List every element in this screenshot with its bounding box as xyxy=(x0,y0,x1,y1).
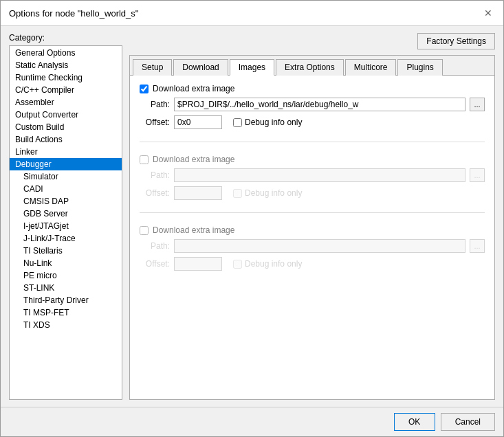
sidebar-item-linker[interactable]: Linker xyxy=(10,146,122,158)
path-label-3: Path: xyxy=(141,241,170,251)
image-group-2-path-row: Path: ... xyxy=(140,168,485,182)
divider-1 xyxy=(140,142,485,142)
download-extra-image-1-checkbox[interactable] xyxy=(140,85,149,93)
download-extra-image-2-label[interactable]: Download extra image xyxy=(153,155,234,164)
sidebar-item-ti-msp-fet[interactable]: TI MSP-FET xyxy=(10,306,122,319)
dialog-title: Options for node "hello_world_s" xyxy=(9,8,138,19)
download-extra-image-3-checkbox[interactable] xyxy=(140,226,149,235)
sidebar-item-nu-link[interactable]: Nu-Link xyxy=(10,257,122,269)
sidebar-item-build-actions[interactable]: Build Actions xyxy=(10,133,122,146)
dialog-body: Category: General Options Static Analysi… xyxy=(1,26,503,407)
browse-button-3[interactable]: ... xyxy=(470,239,485,253)
sidebar-item-pe-micro[interactable]: PE micro xyxy=(10,269,122,282)
offset-label-1: Offset: xyxy=(141,117,170,127)
offset-label-3: Offset: xyxy=(141,259,170,269)
ok-button[interactable]: OK xyxy=(394,413,435,431)
browse-button-2[interactable]: ... xyxy=(470,168,485,182)
dialog-footer: OK Cancel xyxy=(1,407,503,436)
image-group-2-checkbox-row: Download extra image xyxy=(140,155,485,164)
category-label: Category: xyxy=(9,33,122,43)
close-button[interactable]: ✕ xyxy=(481,6,495,20)
sidebar-item-simulator[interactable]: Simulator xyxy=(10,170,122,183)
sidebar-item-output-converter[interactable]: Output Converter xyxy=(10,109,122,121)
sidebar-item-cmsis-dap[interactable]: CMSIS DAP xyxy=(10,195,122,208)
image-group-3-path-row: Path: ... xyxy=(140,239,485,253)
sidebar-item-gdb-server[interactable]: GDB Server xyxy=(10,208,122,220)
debug-info-only-2-label: Debug info only xyxy=(245,188,302,198)
sidebar-item-cadi[interactable]: CADI xyxy=(10,183,122,195)
offset-input-3[interactable] xyxy=(174,257,222,271)
path-input-1[interactable] xyxy=(174,98,465,111)
sidebar-item-assembler[interactable]: Assembler xyxy=(10,96,122,109)
sidebar-item-c-compiler[interactable]: C/C++ Compiler xyxy=(10,84,122,96)
path-label-2: Path: xyxy=(141,170,170,180)
dialog-container: Options for node "hello_world_s" ✕ Categ… xyxy=(0,0,504,437)
tab-panel: Setup Download Images Extra Options Mult… xyxy=(129,55,495,400)
offset-input-2[interactable] xyxy=(174,186,222,200)
offset-input-1[interactable] xyxy=(174,115,222,129)
image-group-2: Download extra image Path: ... Offset: xyxy=(140,155,485,200)
image-group-1-path-row: Path: ... xyxy=(140,98,485,111)
sidebar-item-debugger[interactable]: Debugger xyxy=(10,158,122,170)
image-group-3-checkbox-row: Download extra image xyxy=(140,225,485,235)
path-input-3[interactable] xyxy=(174,239,465,253)
download-extra-image-3-label[interactable]: Download extra image xyxy=(153,225,234,235)
browse-button-1[interactable]: ... xyxy=(470,98,485,111)
debug-check-row-2: Debug info only xyxy=(233,188,302,198)
sidebar-item-third-party[interactable]: Third-Party Driver xyxy=(10,294,122,306)
tab-multicore[interactable]: Multicore xyxy=(345,59,397,76)
sidebar-item-general-options[interactable]: General Options xyxy=(10,47,122,59)
debug-check-row-3: Debug info only xyxy=(233,259,302,269)
factory-btn-row: Factory Settings xyxy=(129,33,495,49)
sidebar-item-ti-stellaris[interactable]: TI Stellaris xyxy=(10,245,122,257)
debug-info-only-3-label: Debug info only xyxy=(245,259,302,269)
sidebar-item-custom-build[interactable]: Custom Build xyxy=(10,121,122,133)
image-group-1-offset-row: Offset: Debug info only xyxy=(140,115,485,129)
image-group-1: Download extra image Path: ... Offset: xyxy=(140,84,485,129)
offset-label-2: Offset: xyxy=(141,188,170,198)
debug-info-only-3-checkbox[interactable] xyxy=(233,260,242,269)
sidebar-item-static-analysis[interactable]: Static Analysis xyxy=(10,59,122,71)
tab-download[interactable]: Download xyxy=(173,59,228,76)
debug-info-only-2-checkbox[interactable] xyxy=(233,189,242,198)
tab-content-images: Download extra image Path: ... Offset: xyxy=(130,76,494,399)
path-label-1: Path: xyxy=(141,100,170,109)
tab-extra-options[interactable]: Extra Options xyxy=(276,59,344,76)
tab-setup[interactable]: Setup xyxy=(133,59,172,76)
image-group-2-offset-row: Offset: Debug info only xyxy=(140,186,485,200)
image-group-3-offset-row: Offset: Debug info only xyxy=(140,257,485,271)
category-panel: Category: General Options Static Analysi… xyxy=(9,33,122,400)
debug-info-only-1-checkbox[interactable] xyxy=(233,118,242,127)
sidebar-item-ti-xds[interactable]: TI XDS xyxy=(10,319,122,331)
tab-plugins[interactable]: Plugins xyxy=(397,59,442,76)
sidebar-item-runtime-checking[interactable]: Runtime Checking xyxy=(10,71,122,84)
tab-bar: Setup Download Images Extra Options Mult… xyxy=(130,56,494,76)
title-bar: Options for node "hello_world_s" ✕ xyxy=(1,1,503,26)
tab-images[interactable]: Images xyxy=(230,59,274,76)
sidebar-item-st-link[interactable]: ST-LINK xyxy=(10,282,122,294)
divider-2 xyxy=(140,212,485,213)
image-group-1-checkbox-row: Download extra image xyxy=(140,84,485,93)
factory-settings-button[interactable]: Factory Settings xyxy=(417,33,495,49)
download-extra-image-1-label[interactable]: Download extra image xyxy=(153,84,234,93)
category-list: General Options Static Analysis Runtime … xyxy=(9,45,122,400)
cancel-button[interactable]: Cancel xyxy=(441,413,495,431)
download-extra-image-2-checkbox[interactable] xyxy=(140,155,149,164)
sidebar-item-i-jet[interactable]: I-jet/JTAGjet xyxy=(10,220,122,232)
image-group-3: Download extra image Path: ... Offset: xyxy=(140,225,485,271)
debug-check-row-1: Debug info only xyxy=(233,117,302,127)
debug-info-only-1-label[interactable]: Debug info only xyxy=(245,117,302,127)
path-input-2[interactable] xyxy=(174,168,465,182)
sidebar-item-j-link[interactable]: J-Link/J-Trace xyxy=(10,232,122,245)
content-panel: Factory Settings Setup Download Images E… xyxy=(129,33,495,400)
